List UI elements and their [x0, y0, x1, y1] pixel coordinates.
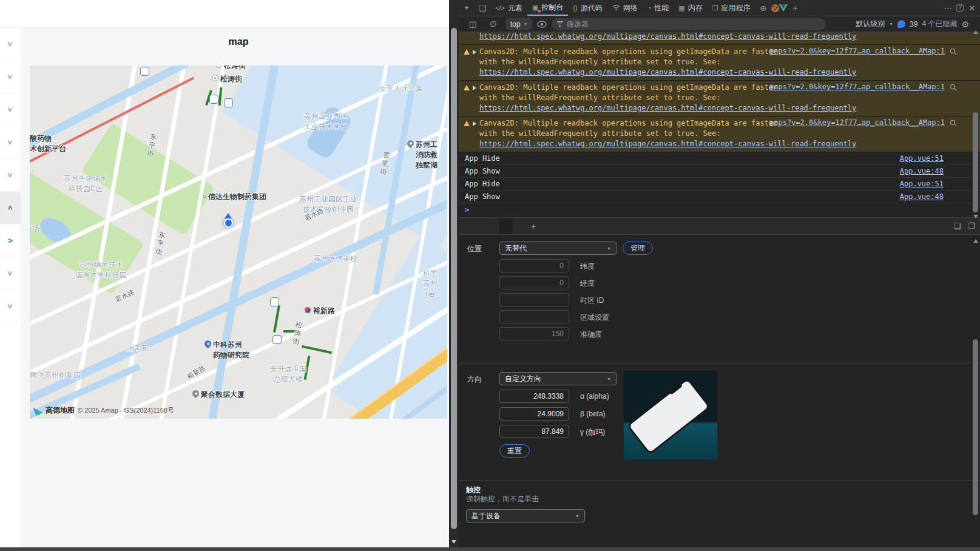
console-source-link[interactable]: maps?v=2.0&key=12f77…ap_callback__AMap:1 [769, 118, 945, 127]
tab-icon: ❐ [712, 4, 718, 12]
drawer-tab[interactable] [485, 218, 499, 234]
magnifier-icon[interactable] [950, 120, 957, 127]
touch-description: 强制触控，而不是单击 [466, 494, 539, 504]
vue-devtools-icon[interactable] [779, 4, 788, 12]
devtools-tab[interactable]: ▦ 内存 [674, 0, 707, 16]
console-settings-gear-icon[interactable]: ⚙ [961, 19, 969, 29]
add-drawer-tab-icon[interactable]: + [525, 218, 541, 234]
sidebar-accordion-toggle[interactable]: > [0, 290, 21, 323]
drawer-tab[interactable] [459, 218, 472, 234]
reset-orientation-button[interactable]: 重置 [499, 444, 530, 458]
execution-context-selector[interactable]: top ▼ [506, 18, 532, 30]
locale-field[interactable] [499, 310, 569, 323]
expand-triangle-icon[interactable] [473, 121, 476, 126]
console-scrollbar-thumb[interactable] [973, 112, 978, 212]
location-override-select[interactable]: 无替代 ▼ [499, 242, 617, 255]
console-log-row[interactable]: App Hide App.vue:51 [459, 178, 980, 191]
gamma-field[interactable] [499, 425, 569, 438]
more-options-icon[interactable]: ⋯ [940, 4, 956, 13]
timezone-field[interactable] [499, 293, 569, 306]
devtools-tab[interactable]: 网络 [607, 0, 643, 16]
console-warning[interactable]: Canvas2D: Multiple readback operations u… [459, 117, 980, 152]
manage-locations-button[interactable]: 管理 [623, 242, 653, 255]
console-warning[interactable]: Canvas2D: Multiple readback operations u… [459, 32, 980, 45]
sidebar-accordion-toggle[interactable]: > [0, 61, 21, 93]
drawer-scrollbar-thumb[interactable] [973, 339, 978, 515]
sidebar-accordion-toggle[interactable]: > [0, 126, 21, 159]
orientation-override-select[interactable]: 自定义方向 ▼ [499, 372, 617, 385]
devtools-tab[interactable]: ▣ 控制台 [527, 0, 568, 16]
log-level-selector[interactable]: 默认级别 [856, 19, 885, 29]
console-scrollbar[interactable] [972, 30, 979, 218]
latitude-field[interactable] [499, 259, 569, 272]
page-scrollbar-thumb[interactable] [451, 28, 457, 529]
expand-triangle-icon[interactable] [473, 86, 476, 90]
console-log-row[interactable]: App Show App.vue:48 [459, 191, 980, 203]
close-devtools-icon[interactable]: ✕ [964, 4, 980, 13]
console-sidebar-toggle-icon[interactable]: ◫ [465, 19, 481, 29]
devtools-tab[interactable]: ❐ 应用程序 [708, 0, 755, 16]
page-scrollbar[interactable] [449, 0, 459, 547]
map-poi-icon [304, 306, 311, 314]
warning-doc-link[interactable]: https://html.spec.whatwg.org/multipage/c… [479, 103, 856, 113]
accuracy-field[interactable] [499, 327, 569, 340]
devtools-tab[interactable]: </> 元素 [490, 0, 527, 16]
longitude-field[interactable] [499, 276, 569, 289]
inspect-element-icon[interactable]: ⌖ [459, 3, 475, 13]
demo-page: > > > > > > [0, 0, 449, 547]
console-warning[interactable]: Canvas2D: Multiple readback operations u… [459, 81, 980, 117]
more-tabs-icon[interactable]: + [788, 4, 803, 13]
console-source-link[interactable]: App.vue:48 [900, 165, 944, 177]
amap-canvas[interactable]: 松涛街 松涛街 文萃人才公寓 苏州工业园区 工业技术学校 [30, 66, 447, 419]
console-source-link[interactable]: maps?v=2.0&key=12f77…ap_callback__AMap:1 [769, 47, 945, 55]
warning-doc-link[interactable]: https://html.spec.whatwg.org/multipage/c… [479, 32, 856, 42]
scroll-up-arrow-icon[interactable] [973, 239, 978, 243]
console-log-row[interactable]: App Show App.vue:48 [459, 165, 980, 178]
live-expression-eye-icon[interactable] [537, 21, 547, 28]
alpha-field[interactable] [499, 390, 569, 403]
devtools-tab[interactable]: ◔ 性能 [643, 0, 674, 16]
console-log-row[interactable]: App Hide App.vue:51 [459, 152, 980, 165]
scroll-down-arrow-icon[interactable] [451, 540, 456, 544]
map-poi-icon [212, 75, 218, 81]
console-source-link[interactable]: App.vue:51 [900, 178, 944, 190]
console-source-link[interactable]: App.vue:48 [900, 191, 944, 203]
sidebar-accordion-toggle[interactable]: > [0, 159, 21, 192]
sidebar-accordion-toggle[interactable]: > [0, 225, 21, 257]
expand-panel-icon[interactable]: ❐ [968, 221, 975, 231]
drawer-tab[interactable] [499, 218, 512, 234]
map-label: 苏州纳米技术 国家大学科技园 [76, 260, 127, 280]
scroll-up-arrow-icon[interactable] [973, 30, 978, 34]
drawer-tab[interactable] [472, 218, 485, 234]
drawer-scrollbar[interactable] [972, 239, 979, 543]
devtools-tab[interactable]: {} 源代码 [568, 0, 607, 16]
hidden-messages-count[interactable]: 4 个已隐藏 [922, 19, 957, 29]
sidebar-accordion-toggle[interactable]: > [0, 93, 21, 126]
console-prompt-chevron[interactable]: > [459, 203, 980, 217]
warning-doc-link[interactable]: https://html.spec.whatwg.org/multipage/c… [479, 67, 856, 78]
lighthouse-icon[interactable]: ⊕ [755, 4, 771, 13]
cookie-extension-icon[interactable] [771, 4, 779, 12]
device-toolbar-icon[interactable]: ❑ [475, 4, 490, 13]
sidebar-accordion-toggle[interactable]: > [0, 257, 21, 290]
scroll-down-arrow-icon[interactable] [973, 215, 978, 218]
orientation-phone-preview[interactable] [624, 371, 717, 459]
beta-field[interactable] [499, 407, 569, 421]
expand-triangle-icon[interactable] [473, 50, 476, 55]
longitude-label: 经度 [580, 279, 595, 289]
console-source-link[interactable]: App.vue:51 [900, 152, 944, 164]
console-source-link[interactable]: maps?v=2.0&key=12f77…ap_callback__AMap:1 [769, 83, 945, 91]
dock-panel-icon[interactable]: ❏ [954, 221, 961, 231]
filter-input[interactable] [567, 20, 797, 29]
magnifier-icon[interactable] [950, 48, 957, 55]
touch-select[interactable]: 基于设备 ▼ [466, 509, 585, 522]
magnifier-icon[interactable] [950, 84, 957, 91]
help-icon[interactable]: ? [956, 4, 964, 12]
console-filter[interactable] [552, 18, 826, 30]
clear-console-icon[interactable]: ∅ [485, 19, 501, 29]
drawer-tab[interactable] [512, 218, 525, 234]
sidebar-accordion-toggle[interactable]: > [0, 192, 21, 225]
console-warning[interactable]: Canvas2D: Multiple readback operations u… [459, 45, 980, 81]
warning-doc-link[interactable]: https://html.spec.whatwg.org/multipage/c… [479, 139, 856, 149]
sidebar-accordion-toggle[interactable]: > [0, 28, 21, 61]
